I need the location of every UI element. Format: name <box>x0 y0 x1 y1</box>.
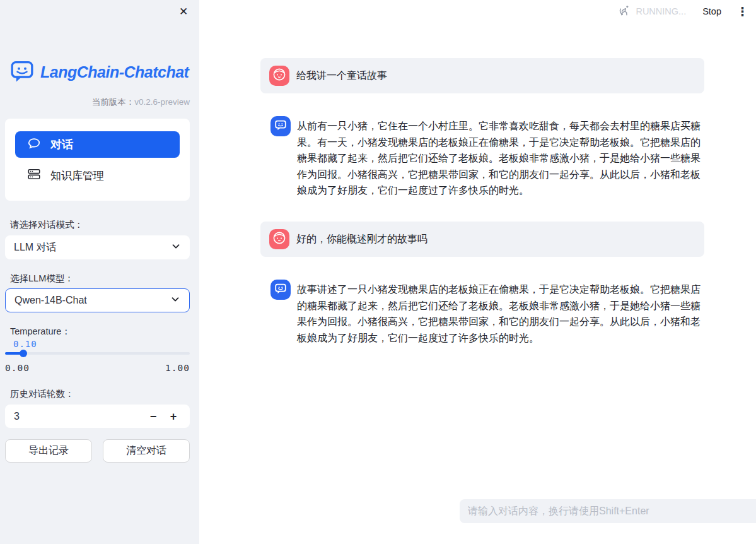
chat-history: 给我讲一个童话故事 <box>260 0 704 369</box>
temperature-slider[interactable] <box>5 352 190 355</box>
chevron-down-icon <box>170 293 181 307</box>
sidebar-item-label: 知识库管理 <box>50 169 104 183</box>
chat-input-bar <box>460 499 756 523</box>
avatar <box>269 229 289 249</box>
version-label: 当前版本： <box>92 97 135 107</box>
llm-model-label: 选择LLM模型： <box>10 273 74 285</box>
sidebar-item-label: 对话 <box>50 137 73 152</box>
kebab-menu-icon[interactable]: ⋮ <box>736 4 748 19</box>
main-content: RUNNING... Stop ⋮ <box>199 0 756 544</box>
chat-message-assistant: 从前有一只小猪，它住在一个小村庄里。它非常喜欢吃甜食，每天都会去村里的糖果店买糖… <box>260 111 704 199</box>
app-logo: LangChain-Chatchat <box>9 58 189 86</box>
nav-menu: 对话 知识库管理 <box>5 119 190 201</box>
slider-min-label: 0.00 <box>5 363 30 373</box>
sidebar-close-icon[interactable]: ✕ <box>177 5 190 19</box>
version-info: 当前版本：v0.2.6-preview <box>92 97 190 108</box>
slider-thumb[interactable] <box>20 350 27 357</box>
temperature-label: Temperature： <box>10 326 71 338</box>
user-face-icon <box>272 230 287 248</box>
history-rounds-stepper: − + <box>5 405 190 428</box>
avatar <box>269 66 289 86</box>
message-text: 故事讲述了一只小猪发现糖果店的老板娘正在偷糖果，于是它决定帮助老板娘。它把糖果店… <box>297 280 704 346</box>
avatar <box>270 280 291 300</box>
sidebar-item-dialogue[interactable]: 对话 <box>15 131 180 158</box>
chat-message-assistant: 故事讲述了一只小猪发现糖果店的老板娘正在偷糖果，于是它决定帮助老板娘。它把糖果店… <box>260 275 704 346</box>
dialogue-mode-label: 请选择对话模式： <box>10 219 83 231</box>
chevron-down-icon <box>170 240 182 254</box>
history-rounds-label: 历史对话轮数： <box>10 388 74 400</box>
temperature-value: 0.10 <box>13 339 37 349</box>
app-title: LangChain-Chatchat <box>40 63 189 81</box>
increment-button[interactable]: + <box>163 407 183 426</box>
export-records-button[interactable]: 导出记录 <box>5 439 92 463</box>
dialogue-mode-value: LLM 对话 <box>14 241 57 254</box>
server-stack-icon <box>27 167 41 184</box>
sidebar: ✕ LangChain-Chatchat 当前版本：v0.2.6-preview… <box>0 0 199 544</box>
chat-bubble-icon <box>274 281 288 298</box>
avatar <box>270 116 291 136</box>
decrement-button[interactable]: − <box>143 407 163 426</box>
chat-message-user: 好的，你能概述刚才的故事吗 <box>260 222 704 257</box>
clear-dialogue-button[interactable]: 清空对话 <box>103 439 190 463</box>
dialogue-mode-select[interactable]: LLM 对话 <box>5 235 190 259</box>
llm-model-select[interactable]: Qwen-14B-Chat <box>5 288 190 312</box>
message-text: 好的，你能概述刚才的故事吗 <box>296 231 427 247</box>
chat-bubble-icon <box>274 118 288 134</box>
sidebar-item-knowledge-base[interactable]: 知识库管理 <box>15 163 180 188</box>
history-rounds-input[interactable] <box>14 411 143 422</box>
chat-input[interactable] <box>468 506 756 517</box>
llm-model-value: Qwen-14B-Chat <box>15 295 87 306</box>
user-face-icon <box>272 67 287 85</box>
stop-button[interactable]: Stop <box>702 6 721 16</box>
chat-bubble-logo-icon <box>9 58 35 86</box>
version-value: v0.2.6-preview <box>134 97 190 107</box>
chat-bubble-icon <box>27 136 41 153</box>
chat-message-user: 给我讲一个童话故事 <box>260 58 704 93</box>
message-text: 给我讲一个童话故事 <box>296 68 387 84</box>
slider-max-label: 1.00 <box>165 363 190 373</box>
message-text: 从前有一只小猪，它住在一个小村庄里。它非常喜欢吃甜食，每天都会去村里的糖果店买糖… <box>297 116 704 199</box>
